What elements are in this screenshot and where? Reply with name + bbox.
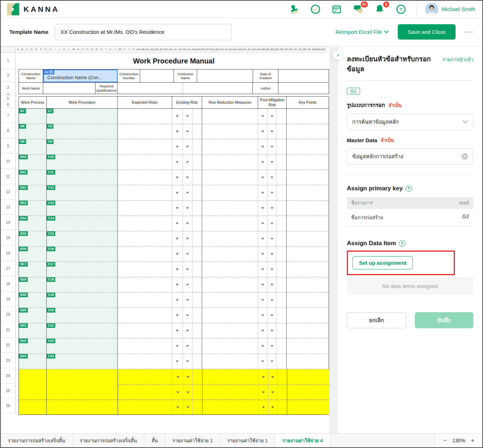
reimport-excel-link[interactable]: Reimport Excel File (335, 29, 389, 35)
col-letter[interactable]: AN (196, 46, 201, 53)
post-mitigation-dropdown-cell[interactable] (258, 247, 268, 262)
cell-dropdown-icon[interactable] (271, 207, 273, 209)
cell-dropdown-icon[interactable] (186, 406, 189, 408)
existing-risk-cell[interactable] (192, 201, 202, 216)
post-mitigation-cell[interactable] (277, 354, 287, 369)
col-letter[interactable]: AS (220, 46, 224, 53)
risk-reduction-cell[interactable] (202, 277, 258, 292)
cell-dropdown-icon[interactable] (271, 345, 273, 347)
post-mitigation-dropdown-cell[interactable] (258, 109, 268, 124)
fill-format-select[interactable]: การค้นหาข้อมูลหลัก (347, 114, 473, 130)
col-letter[interactable]: BK (303, 46, 308, 53)
existing-risk-dropdown-cell[interactable] (183, 201, 192, 216)
template-name-input[interactable]: XX Construction at Mr./Ms. OO's Residenc… (55, 24, 231, 40)
cell-dropdown-icon[interactable] (271, 115, 273, 117)
set-up-assignment-button[interactable]: Set up assignment (353, 256, 413, 269)
work-procedure-cell[interactable]: C22 (47, 339, 118, 354)
panel-scroll-gutter[interactable] (329, 46, 338, 433)
col-letter[interactable]: O (81, 46, 85, 53)
col-letter[interactable]: C (25, 46, 30, 53)
cell-dropdown-icon[interactable] (186, 207, 189, 209)
save-and-close-button[interactable]: Save and Close (398, 24, 456, 40)
work-procedure-cell[interactable]: C7 (47, 109, 118, 124)
cell-dropdown-icon[interactable] (186, 115, 189, 117)
post-mitigation-dropdown-cell[interactable] (259, 400, 268, 414)
cell-dropdown-icon[interactable] (176, 406, 179, 408)
cell-dropdown-icon[interactable] (271, 376, 274, 378)
post-mitigation-dropdown-cell[interactable] (268, 109, 277, 124)
chat-icon[interactable]: 9+ (353, 4, 364, 15)
expected-risks-cell[interactable] (118, 109, 172, 124)
expected-risks-cell[interactable] (118, 369, 173, 385)
cell-dropdown-icon[interactable] (186, 223, 189, 225)
col-letter[interactable]: AX (243, 46, 247, 53)
key-points-cell[interactable] (287, 277, 329, 292)
key-points-cell[interactable] (287, 308, 329, 323)
col-letter[interactable]: AQ (210, 46, 215, 53)
post-mitigation-cell[interactable] (277, 339, 287, 354)
row-number[interactable]: 24 (1, 368, 16, 383)
existing-risk-cell[interactable] (192, 293, 202, 308)
work-procedure-cell[interactable]: C14 (47, 216, 118, 231)
col-letter[interactable]: H (48, 46, 53, 53)
post-mitigation-dropdown-cell[interactable] (268, 385, 277, 400)
post-mitigation-dropdown-cell[interactable] (258, 323, 268, 338)
post-mitigation-cell[interactable] (277, 201, 287, 216)
col-letter[interactable]: V (113, 46, 118, 53)
existing-risk-dropdown-cell[interactable] (173, 369, 183, 385)
col-letter[interactable]: AR (215, 46, 220, 53)
save-button[interactable]: บันทึก (415, 312, 474, 328)
post-mitigation-dropdown-cell[interactable] (258, 185, 268, 200)
post-mitigation-dropdown-cell[interactable] (258, 339, 268, 354)
cell-dropdown-icon[interactable] (271, 177, 273, 179)
existing-risk-dropdown-cell[interactable] (172, 277, 183, 292)
cancel-button[interactable]: ยกเลิก (347, 312, 406, 328)
existing-risk-dropdown-cell[interactable] (183, 247, 192, 262)
post-mitigation-cell[interactable] (277, 185, 287, 200)
post-mitigation-cell[interactable] (277, 124, 287, 139)
col-letter[interactable]: AI (173, 46, 178, 53)
existing-risk-cell[interactable] (192, 231, 202, 246)
cell-dropdown-icon[interactable] (186, 177, 189, 179)
cell-dropdown-icon[interactable] (176, 177, 179, 179)
cell-dropdown-icon[interactable] (261, 253, 264, 255)
cell-dropdown-icon[interactable] (271, 315, 273, 316)
cell-dropdown-icon[interactable] (271, 223, 273, 225)
existing-risk-dropdown-cell[interactable] (172, 231, 183, 246)
existing-risk-dropdown-cell[interactable] (183, 262, 192, 277)
existing-risk-cell[interactable] (192, 170, 202, 185)
col-letter[interactable]: BL (308, 46, 312, 53)
row-number[interactable]: 10 (1, 154, 16, 169)
existing-risk-dropdown-cell[interactable] (183, 339, 192, 354)
cell-dropdown-icon[interactable] (186, 345, 189, 347)
post-mitigation-dropdown-cell[interactable] (258, 231, 268, 246)
post-mitigation-dropdown-cell[interactable] (258, 155, 268, 170)
existing-risk-dropdown-cell[interactable] (183, 231, 192, 246)
col-letter[interactable]: Q (90, 46, 94, 53)
post-mitigation-dropdown-cell[interactable] (268, 308, 277, 323)
work-procedure-cell[interactable]: C19 (47, 293, 118, 308)
existing-risk-dropdown-cell[interactable] (183, 354, 192, 369)
existing-risk-cell[interactable] (192, 185, 202, 200)
cell-work-name-value[interactable] (43, 83, 96, 94)
cell-dropdown-icon[interactable] (186, 131, 189, 133)
col-letter[interactable]: T (104, 46, 108, 53)
cell-dropdown-icon[interactable] (176, 131, 179, 133)
expected-risks-cell[interactable] (118, 170, 172, 185)
stamp-icon[interactable] (289, 4, 299, 15)
post-mitigation-dropdown-cell[interactable] (268, 216, 277, 231)
post-mitigation-dropdown-cell[interactable] (259, 385, 268, 400)
work-procedure-cell[interactable]: C13 (47, 201, 118, 216)
existing-risk-dropdown-cell[interactable] (172, 262, 183, 277)
key-points-cell[interactable] (287, 231, 329, 246)
post-mitigation-dropdown-cell[interactable] (258, 293, 268, 308)
expected-risks-cell[interactable] (118, 277, 172, 292)
col-letter[interactable]: G (43, 46, 48, 53)
cell-dropdown-icon[interactable] (176, 192, 179, 194)
key-points-cell[interactable] (287, 170, 329, 185)
cell-blank[interactable] (183, 83, 253, 94)
help-icon[interactable]: ? (399, 240, 405, 247)
existing-risk-dropdown-cell[interactable] (173, 400, 183, 414)
existing-risk-dropdown-cell[interactable] (183, 293, 192, 308)
col-letter[interactable]: D (30, 46, 34, 53)
